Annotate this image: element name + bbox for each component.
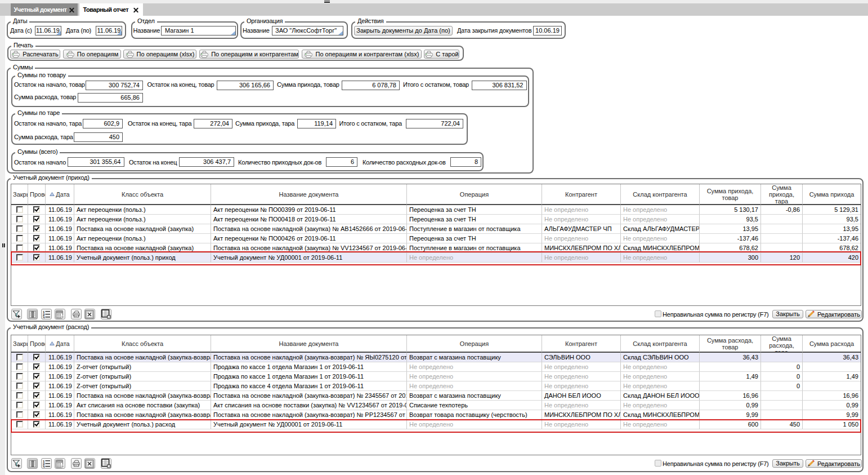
svg-text:3: 3 xyxy=(43,316,45,319)
svg-text:3: 3 xyxy=(43,465,45,468)
